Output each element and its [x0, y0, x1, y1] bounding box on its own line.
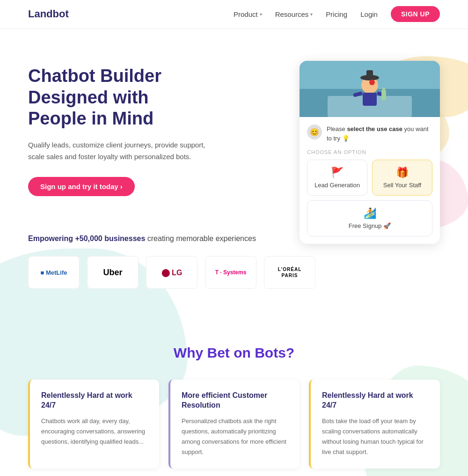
feature-title-3: Relentlessly Hard at work 24/7: [322, 391, 429, 410]
chevron-down-icon: ▾: [310, 12, 313, 17]
feature-card-3: Relentlessly Hard at work 24/7 Bots take…: [309, 380, 440, 469]
features-grid: Relentlessly Hard at work 24/7 Chatbots …: [28, 380, 440, 469]
feature-text-3: Bots take the load off your team by scal…: [322, 416, 429, 457]
chatbot-option-lead[interactable]: 🚩 Lead Generation: [307, 160, 367, 196]
nav-pricing[interactable]: Pricing: [326, 10, 347, 18]
nav-login[interactable]: Login: [360, 10, 378, 18]
feature-card-2: More efficient Customer Resolution Perso…: [168, 380, 300, 469]
logo-uber: Uber: [87, 256, 139, 289]
chatbot-option-sell[interactable]: 🎁 Sell Your Staff: [372, 160, 432, 196]
flag-icon: 🚩: [331, 167, 344, 179]
chatbot-options: 🚩 Lead Generation 🎁 Sell Your Staff: [307, 160, 432, 196]
logo-lg: ⬤ LG: [146, 256, 197, 289]
logo-t-systems: T · Systems: [205, 256, 256, 289]
chatbot-header-image: [300, 61, 440, 117]
chatbot-avatar: 😊: [307, 124, 322, 139]
feature-title-2: More efficient Customer Resolution: [182, 391, 288, 410]
chatbot-header: [300, 61, 440, 117]
hero-subtitle: Qualify leads, customize client journeys…: [28, 139, 206, 163]
svg-rect-11: [382, 88, 385, 91]
logos-row: ■ MetLife Uber ⬤ LG T · Systems L'ORÉALP…: [28, 256, 440, 289]
chatbot-bubble: Please select the use case you want to t…: [327, 124, 432, 143]
blob-section: Empowering +50,000 businesses creating m…: [0, 225, 468, 476]
gift-icon: 🎁: [396, 167, 409, 179]
svg-rect-10: [381, 90, 386, 100]
empowering-text: Empowering +50,000 businesses creating m…: [28, 234, 440, 243]
hero-text: Chatbot Builder Designed with People in …: [28, 56, 206, 196]
nav-product[interactable]: Product ▾: [234, 10, 262, 18]
feature-card-1: Relentlessly Hard at work 24/7 Chatbots …: [28, 380, 159, 469]
chatbot-message: 😊 Please select the use case you want to…: [307, 124, 432, 143]
why-section: Why Bet on Bots? Relentlessly Hard at wo…: [0, 308, 468, 476]
why-title: Why Bet on Bots?: [28, 345, 440, 361]
svg-rect-6: [366, 70, 373, 79]
svg-rect-4: [363, 93, 377, 106]
navbar: Landbot Product ▾ Resources ▾ Pricing Lo…: [0, 0, 468, 28]
hero-cta-button[interactable]: Sign up and try it today ›: [28, 177, 135, 196]
logo-loreal: L'ORÉALPARIS: [264, 256, 315, 289]
feature-title-1: Relentlessly Hard at work 24/7: [41, 391, 148, 410]
chevron-down-icon: ▾: [260, 12, 262, 17]
logo-metlife: ■ MetLife: [28, 256, 80, 289]
feature-text-2: Personalized chatbots ask the right ques…: [182, 416, 288, 457]
hero-title: Chatbot Builder Designed with People in …: [28, 66, 206, 130]
chatbot-widget: 😊 Please select the use case you want to…: [300, 61, 440, 244]
nav-resources[interactable]: Resources ▾: [275, 10, 313, 18]
surfer-icon: 🏄: [364, 207, 376, 220]
empowering-section: Empowering +50,000 businesses creating m…: [0, 225, 468, 308]
signup-button[interactable]: SIGN UP: [391, 6, 440, 22]
feature-text-1: Chatbots work all day, every day, encour…: [41, 416, 148, 447]
svg-point-7: [369, 80, 375, 85]
logo[interactable]: Landbot: [28, 8, 69, 20]
chatbot-section-label: CHOOSE AN OPTION: [307, 149, 432, 155]
nav-links: Product ▾ Resources ▾ Pricing Login SIGN…: [234, 6, 440, 22]
